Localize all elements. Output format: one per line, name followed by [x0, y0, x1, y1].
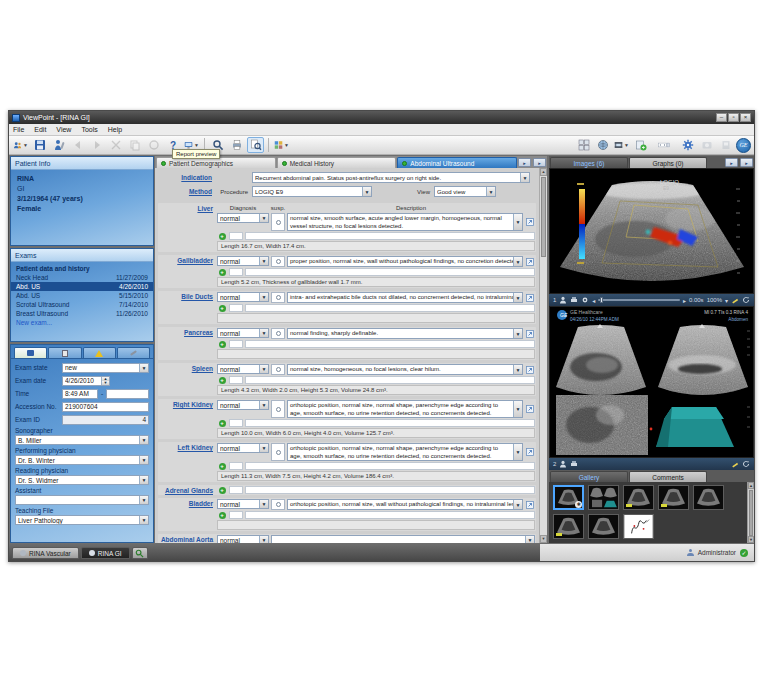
report-tab-abdominal-ultrasound[interactable]: Abdominal Ultrasound — [397, 157, 517, 168]
suspicion-radio-bile-ducts[interactable] — [271, 292, 285, 303]
description-field-bile-ducts[interactable]: intra- and extrahepatic bile ducts not d… — [287, 292, 523, 303]
viewer-snap2-button[interactable] — [717, 137, 734, 153]
tab-strip-button-2[interactable]: ▸ — [740, 158, 753, 167]
gallery-thumb[interactable] — [623, 485, 654, 510]
viewer-pager-button[interactable] — [651, 137, 677, 153]
open-report-link-icon[interactable] — [525, 364, 535, 375]
forward-button[interactable] — [88, 137, 105, 153]
slider-right-arrow[interactable]: ▸ — [683, 297, 686, 304]
reading-physician-select[interactable]: Dr. S. Widmer▼ — [15, 475, 149, 485]
exam-tab-documents[interactable] — [48, 347, 81, 358]
organ-label-liver[interactable]: Liver — [159, 204, 217, 251]
gallery-thumb[interactable] — [588, 485, 619, 510]
menu-help[interactable]: Help — [108, 126, 122, 133]
scrollbar-thumb[interactable] — [541, 177, 546, 257]
add-finding-button[interactable]: + — [217, 419, 227, 427]
back-button[interactable] — [69, 137, 86, 153]
gallery-scrollbar[interactable]: ▲ ▼ — [747, 482, 754, 543]
organ-label-gallbladder[interactable]: Gallbladder — [159, 256, 217, 287]
diagnosis-select-spleen[interactable]: normal▼ — [217, 364, 269, 374]
procedure-select[interactable]: LOGIQ E9▼ — [252, 186, 372, 197]
open-report-link-icon[interactable] — [525, 443, 535, 461]
refresh-icon[interactable] — [742, 460, 750, 468]
indication-select[interactable]: Recurrent abdominal pain. Status post-an… — [252, 172, 530, 183]
diagnosis-select-liver[interactable]: normal▼ — [217, 213, 269, 223]
viewer-grid-button[interactable] — [575, 137, 592, 153]
gallery-tab-gallery[interactable]: Gallery — [550, 471, 628, 482]
description-field-left-kidney[interactable]: orthotopic position, normal size, normal… — [287, 443, 523, 461]
layout-button[interactable]: ▼ — [273, 137, 290, 153]
date-spinner[interactable]: ▲▼ — [101, 377, 109, 385]
diagnosis-select-right-kidney[interactable]: normal▼ — [217, 400, 269, 410]
save-button[interactable] — [31, 137, 48, 153]
organ-label-spleen[interactable]: Spleen — [159, 364, 217, 395]
exam-state-select[interactable]: new▼ — [62, 363, 149, 373]
ultrasound-image-quad[interactable]: GE GE Healthcare 04/26/10 12:44PM ADM MI… — [549, 306, 754, 458]
zoom-dropdown-arrow[interactable]: ▾ — [725, 297, 728, 304]
viewer-tab-graphs-0[interactable]: Graphs (0) — [629, 157, 707, 168]
ultrasound-image-doppler[interactable]: LOGIQ E9 — [549, 168, 754, 294]
exam-list-item[interactable]: Scrotal Ultrasound7/14/2010 — [11, 300, 153, 309]
cut-button[interactable] — [107, 137, 124, 153]
organ-label-bile-ducts[interactable]: Bile Ducts — [159, 292, 217, 323]
add-finding-button[interactable]: + — [217, 486, 227, 494]
gear-icon[interactable] — [581, 296, 589, 304]
diagnosis-select-bladder[interactable]: normal▼ — [217, 499, 269, 509]
organ-label-bladder[interactable]: Bladder — [159, 499, 217, 530]
close-button[interactable]: × — [740, 113, 751, 122]
gallery-thumb[interactable] — [623, 514, 654, 539]
diagnosis-select-abdominal-aorta[interactable]: normal▼ — [217, 535, 269, 543]
circle-button[interactable] — [145, 137, 162, 153]
scrollbar-thumb[interactable] — [749, 490, 753, 536]
gallery-thumb[interactable] — [658, 485, 689, 510]
organ-label-right-kidney[interactable]: Right Kidney — [159, 400, 217, 438]
suspicion-radio-right-kidney[interactable] — [271, 400, 285, 418]
organ-label-left-kidney[interactable]: Left Kidney — [159, 443, 217, 481]
open-report-link-icon[interactable] — [525, 292, 535, 303]
suspicion-radio-left-kidney[interactable] — [271, 443, 285, 461]
suspicion-radio-gallbladder[interactable] — [271, 256, 285, 267]
scroll-up-arrow[interactable]: ▲ — [540, 168, 547, 176]
suspicion-radio-bladder[interactable] — [271, 499, 285, 510]
add-finding-button[interactable]: + — [217, 268, 227, 276]
scroll-down-arrow[interactable]: ▼ — [748, 536, 754, 543]
diagnosis-select-gallbladder[interactable]: normal▼ — [217, 256, 269, 266]
add-finding-button[interactable]: + — [217, 511, 227, 519]
slider-left-arrow[interactable]: ◂ — [592, 297, 595, 304]
menu-tools[interactable]: Tools — [81, 126, 97, 133]
suspicion-radio-liver[interactable] — [271, 213, 285, 231]
performing-physician-select[interactable]: Dr. B. Winter▼ — [15, 455, 149, 465]
open-report-link-icon[interactable] — [525, 328, 535, 339]
exam-history-item[interactable]: Patient data and history — [11, 264, 153, 273]
scroll-down-arrow[interactable]: ▼ — [540, 535, 547, 543]
diagnosis-select-pancreas[interactable]: normal▼ — [217, 328, 269, 338]
patient-tab-rina-gi[interactable]: RINA GI — [81, 547, 130, 559]
viewer-film-button[interactable]: ▼ — [613, 137, 630, 153]
gallery-thumb[interactable]: ✱ — [553, 485, 584, 510]
description-field-liver[interactable]: normal size, smooth surface, acute angle… — [287, 213, 523, 231]
view-select[interactable]: Good view▼ — [434, 186, 496, 197]
exam-tab-notes[interactable] — [117, 347, 150, 358]
time-field-2[interactable] — [106, 389, 149, 399]
new-exam-link[interactable]: New exam... — [11, 318, 153, 327]
patient-tab-rina-vascular[interactable]: RINA Vascular — [12, 547, 79, 559]
gallery-thumb[interactable] — [588, 514, 619, 539]
gallery-tab-comments[interactable]: Comments — [629, 471, 707, 482]
tab-strip-button-1[interactable]: ▸ — [518, 158, 531, 167]
menu-edit[interactable]: Edit — [34, 126, 46, 133]
report-scrollbar[interactable]: ▲ ▼ — [539, 168, 547, 543]
patient-search-tab[interactable] — [132, 547, 148, 559]
gallery-thumb[interactable] — [553, 514, 584, 539]
person-icon[interactable] — [559, 296, 567, 304]
diagnosis-select-bile-ducts[interactable]: normal▼ — [217, 292, 269, 302]
menu-view[interactable]: View — [56, 126, 71, 133]
print-button[interactable] — [228, 137, 245, 153]
description-field-right-kidney[interactable]: orthotopic position, normal size, normal… — [287, 400, 523, 418]
organ-label-pancreas[interactable]: Pancreas — [159, 328, 217, 359]
description-select-abdominal-aorta[interactable]: ▼ — [271, 535, 535, 543]
description-field-spleen[interactable]: normal size, homogeneous, no focal lesio… — [287, 364, 523, 375]
tab-strip-button-1[interactable]: ▸ — [725, 158, 738, 167]
teaching-file-select[interactable]: Liver Pathology▼ — [15, 515, 149, 525]
slider-thumb[interactable] — [600, 297, 603, 303]
viewer-tab-images-6[interactable]: Images (6) — [550, 157, 628, 168]
